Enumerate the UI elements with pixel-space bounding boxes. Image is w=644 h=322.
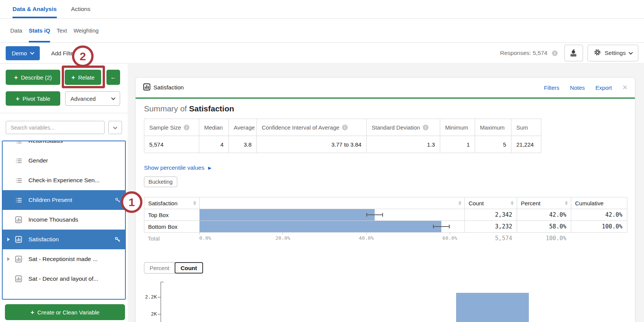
create-label: Create or Clean Variable [37, 309, 99, 316]
info-icon[interactable]: i [342, 125, 348, 130]
add-filter-button[interactable]: Add Filter [51, 50, 75, 56]
error-bar [366, 213, 383, 217]
sidebar-actions-row-1: + Describe (2) + Relate ← [6, 70, 122, 85]
axis-tick-label: 0.0% [199, 235, 211, 241]
sidebar-actions-row-2: + Pivot Table Advanced [6, 91, 122, 106]
axis-tick [366, 233, 367, 234]
bucketing-button[interactable]: Bucketing [144, 177, 177, 187]
info-icon[interactable]: i [184, 125, 189, 130]
variable-label: Sat - Decor and layout of... [28, 275, 98, 282]
histogram-bar [456, 293, 529, 322]
tab-stats-iq[interactable]: Stats iQ [29, 19, 50, 42]
variable-row-sat-decor[interactable]: Sat - Decor and layout of... [3, 269, 125, 289]
list-icon [14, 158, 23, 164]
show-percentile-values-link[interactable]: Show percentile values ▶ [144, 164, 211, 171]
variable-label: Gender [28, 157, 48, 164]
tab-weighting[interactable]: Weighting [73, 19, 98, 42]
column-header: Standard Deviationi [367, 119, 440, 136]
row-label: Top Box [144, 209, 200, 221]
stat-value-confidence-interval: 3.77 to 3.84 [257, 136, 367, 153]
axis-tick-label: 20.0% [275, 235, 290, 241]
workspace-dropdown-button[interactable]: Demo [6, 46, 40, 60]
stats-iq-screen: Data & Analysis Actions Data Stats iQ Te… [0, 0, 644, 322]
learning-resources-button[interactable] [564, 45, 583, 61]
column-header: Sum [511, 119, 541, 136]
tab-label: Weighting [73, 27, 98, 34]
relate-button[interactable]: + Relate [65, 70, 101, 85]
column-header: Confidence Interval of Averagei [257, 119, 367, 136]
export-link[interactable]: Export [596, 84, 612, 91]
collapse-sidebar-button[interactable]: ← [106, 70, 120, 85]
list-icon [14, 197, 23, 203]
toggle-count-button[interactable]: Count [175, 262, 203, 274]
gear-icon [594, 48, 601, 58]
info-icon[interactable]: i [423, 125, 428, 130]
sort-icon [193, 201, 196, 205]
stat-value-average: 3.8 [229, 136, 257, 153]
close-icon[interactable]: × [622, 83, 627, 92]
toggle-percent-button[interactable]: Percent [144, 262, 175, 274]
column-header: Median [199, 119, 229, 136]
key-icon [114, 236, 120, 242]
variable-row-gender[interactable]: Gender [3, 151, 125, 170]
info-icon[interactable]: i [552, 50, 558, 56]
pivot-table-button[interactable]: + Pivot Table [6, 91, 60, 106]
card-body: Summary of Satisfaction Sample Sizei Med… [136, 99, 635, 322]
column-header-satisfaction[interactable]: Satisfaction [144, 197, 200, 209]
tab-data-analysis[interactable]: Data & Analysis [13, 0, 57, 18]
card-title-wrap: Satisfaction [143, 83, 184, 92]
bar-chart-icon [143, 83, 150, 92]
list-icon [14, 141, 23, 144]
bar-cell-top-box [200, 209, 465, 221]
filters-link[interactable]: Filters [544, 84, 560, 91]
variable-row-sat-receptionist[interactable]: Sat - Receptionist made ... [3, 249, 125, 269]
plus-icon: + [71, 74, 75, 81]
tab-label: Data & Analysis [13, 6, 57, 13]
apple-on-books-icon [569, 48, 578, 58]
stat-value-sum: 21,224 [511, 136, 541, 153]
row-label: Bottom Box [144, 221, 200, 233]
y-axis-tick [158, 314, 161, 314]
column-header-count[interactable]: Count [465, 197, 517, 209]
body: + Describe (2) + Relate ← + Pivot Table … [0, 64, 644, 322]
describe-button[interactable]: + Describe (2) [6, 70, 60, 85]
variable-row-satisfaction[interactable]: Satisfaction [3, 230, 125, 249]
chevron-down-icon [628, 50, 633, 55]
variable-row-income-thousands[interactable]: Income Thousands [3, 210, 125, 230]
top-nav: Data & Analysis Actions [0, 0, 644, 19]
expand-caret-icon[interactable] [7, 238, 10, 241]
column-header-cumulative[interactable]: Cumulative [571, 197, 627, 209]
variable-row-returnstatus[interactable]: ReturnStatus [3, 141, 125, 151]
tab-label: Data [10, 27, 22, 34]
total-row: Total 0.0% 20.0% 40.0% 60.0% 5,574 [144, 233, 627, 244]
tab-label: Actions [71, 6, 91, 13]
create-or-clean-variable-button[interactable]: + Create or Clean Variable [5, 304, 125, 320]
count-value: 3,232 [465, 221, 517, 233]
list-icon [14, 177, 23, 184]
bar-chart-icon [14, 256, 23, 263]
tab-label: Text [56, 27, 67, 34]
bar-chart-icon [14, 236, 23, 243]
axis-tick [450, 233, 450, 234]
variable-label: Check-in Experience Sen... [28, 177, 100, 184]
advanced-dropdown-button[interactable]: Advanced [65, 91, 120, 106]
column-header-percent[interactable]: Percent [517, 197, 571, 209]
column-header-bar[interactable] [200, 197, 465, 209]
count-value: 2,342 [465, 209, 517, 221]
chevron-down-icon [30, 50, 34, 55]
tab-text[interactable]: Text [56, 19, 67, 42]
tab-data[interactable]: Data [10, 19, 22, 42]
variable-label: Sat - Receptionist made ... [28, 256, 98, 263]
settings-dropdown-button[interactable]: Settings [588, 45, 638, 61]
tab-actions[interactable]: Actions [71, 0, 91, 18]
search-variables-input[interactable] [6, 121, 105, 134]
variable-row-children-present[interactable]: Children Present [3, 190, 125, 210]
search-options-button[interactable] [108, 121, 122, 134]
notes-link[interactable]: Notes [570, 84, 585, 91]
advanced-label: Advanced [70, 95, 96, 102]
error-bar [433, 225, 450, 228]
plus-icon: + [31, 309, 34, 316]
workspace-label: Demo [12, 50, 27, 56]
variable-row-checkin-experience[interactable]: Check-in Experience Sen... [3, 170, 125, 190]
expand-caret-icon[interactable] [7, 257, 10, 261]
